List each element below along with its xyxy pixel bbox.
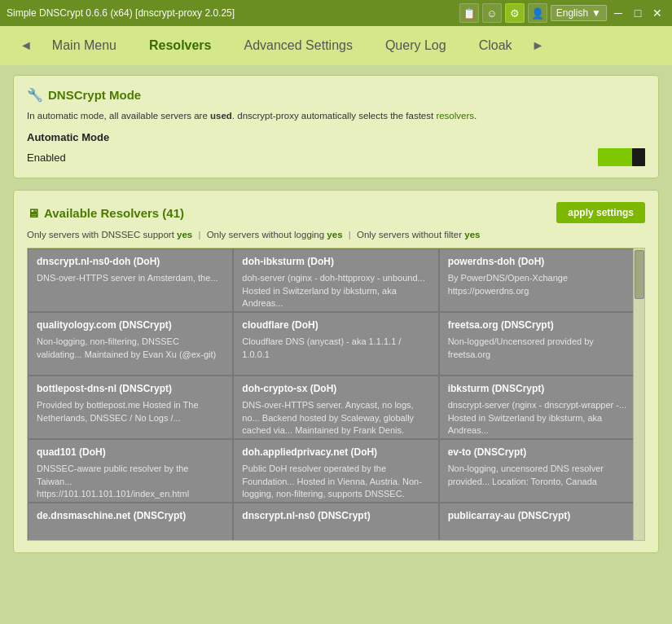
resolver-desc: Non-logging, uncensored DNS resolver pro… xyxy=(448,463,635,488)
chevron-down-icon: ▼ xyxy=(591,7,601,19)
resolver-name: de.dnsmaschine.net (DNSCrypt) xyxy=(37,510,224,521)
titlebar: Simple DNSCrypt 0.6.6 (x64) [dnscrypt-pr… xyxy=(0,0,672,26)
toggle-track[interactable] xyxy=(598,148,645,166)
resolver-desc: DNS-over-HTTPS server. Anycast, no logs,… xyxy=(242,399,429,437)
resolver-name: ibksturm (DNSCrypt) xyxy=(448,383,635,394)
toggle-thumb xyxy=(632,148,645,166)
resolver-desc: doh-server (nginx - doh-httpproxy - unbo… xyxy=(242,272,429,310)
user-icon[interactable]: 👤 xyxy=(528,3,547,23)
resolvers-scrollbar[interactable] xyxy=(633,248,644,540)
resolver-desc: Cloudflare DNS (anycast) - aka 1.1.1.1 /… xyxy=(242,336,429,361)
resolvers-header: 🖥 Available Resolvers (41) apply setting… xyxy=(27,202,645,223)
resolver-name: qualityology.com (DNSCrypt) xyxy=(37,319,224,331)
toggle-fill xyxy=(598,148,632,166)
resolver-desc: Provided by bottlepost.me Hosted in The … xyxy=(37,399,224,424)
resolver-name: doh-crypto-sx (DoH) xyxy=(242,383,429,394)
nav-item-resolvers[interactable]: Resolvers xyxy=(133,32,228,59)
resolver-desc: DNSSEC-aware public resolver by the Taiw… xyxy=(37,463,224,500)
resolver-name: dnscrypt.nl-ns0-doh (DoH) xyxy=(37,256,224,267)
dnscrypt-mode-section: 🔧 DNSCrypt Mode In automatic mode, all a… xyxy=(13,75,659,178)
resolver-card[interactable]: bottlepost-dns-nl (DNSCrypt)Provided by … xyxy=(28,376,233,439)
resolver-card[interactable]: qualityology.com (DNSCrypt)Non-logging, … xyxy=(28,312,233,376)
clipboard-icon[interactable]: 📋 xyxy=(459,3,479,23)
automatic-mode-label: Automatic Mode xyxy=(27,131,645,143)
resolver-name: doh.appliedprivacy.net (DoH) xyxy=(242,446,429,458)
language-label: English xyxy=(556,7,588,19)
enable-toggle[interactable] xyxy=(598,148,645,166)
navbar: ◄ Main Menu Resolvers Advanced Settings … xyxy=(0,26,672,65)
resolver-card[interactable]: cloudflare (DoH)Cloudflare DNS (anycast)… xyxy=(233,312,438,376)
resolver-card[interactable]: doh.appliedprivacy.net (DoH)Public DoH r… xyxy=(233,439,438,503)
nav-item-cloak[interactable]: Cloak xyxy=(463,32,529,59)
resolver-name: cloudflare (DoH) xyxy=(242,319,429,331)
maximize-button[interactable]: □ xyxy=(630,5,646,21)
nav-item-advanced-settings[interactable]: Advanced Settings xyxy=(228,32,369,59)
resolver-desc: Non-logged/Uncensored provided by freets… xyxy=(448,336,635,361)
server-icon: 🖥 xyxy=(27,206,39,220)
nav-next-arrow[interactable]: ► xyxy=(529,38,548,53)
nav-item-query-log[interactable]: Query Log xyxy=(369,32,463,59)
resolver-desc: Public DoH resolver operated by the Foun… xyxy=(242,463,429,500)
language-selector[interactable]: English ▼ xyxy=(551,5,607,21)
resolver-card[interactable]: ibksturm (DNSCrypt)dnscrypt-server (ngin… xyxy=(439,376,644,439)
resolver-card[interactable]: quad101 (DoH)DNSSEC-aware public resolve… xyxy=(28,439,233,503)
main-content: 🔧 DNSCrypt Mode In automatic mode, all a… xyxy=(0,65,672,624)
close-button[interactable]: ✕ xyxy=(649,5,665,21)
titlebar-title: Simple DNSCrypt 0.6.6 (x64) [dnscrypt-pr… xyxy=(7,7,459,19)
smiley-icon[interactable]: ☺ xyxy=(482,3,502,23)
resolver-card[interactable]: doh-crypto-sx (DoH)DNS-over-HTTPS server… xyxy=(233,376,438,439)
gear-icon[interactable]: ⚙ xyxy=(505,3,525,23)
resolver-card[interactable]: freetsa.org (DNSCrypt)Non-logged/Uncenso… xyxy=(439,312,644,376)
apply-settings-button[interactable]: apply settings xyxy=(556,202,645,223)
resolver-name: powerdns-doh (DoH) xyxy=(448,256,635,267)
wrench-icon: 🔧 xyxy=(27,87,43,103)
resolver-card[interactable]: dnscrypt.nl-ns0-doh (DoH)DNS-over-HTTPS … xyxy=(28,248,233,312)
resolver-name: publicarray-au (DNSCrypt) xyxy=(448,510,635,521)
enabled-label: Enabled xyxy=(27,152,66,164)
resolver-name: bottlepost-dns-nl (DNSCrypt) xyxy=(37,383,224,394)
resolver-name: doh-ibksturm (DoH) xyxy=(242,256,429,267)
filter-row: Only servers with DNSSEC support yes | O… xyxy=(27,230,645,239)
resolver-card[interactable]: publicarray-au (DNSCrypt) xyxy=(439,503,644,540)
dnscrypt-mode-title: 🔧 DNSCrypt Mode xyxy=(27,87,645,103)
resolvers-grid: dnscrypt.nl-ns0-doh (DoH)DNS-over-HTTPS … xyxy=(28,248,644,540)
dnscrypt-mode-desc: In automatic mode, all available servers… xyxy=(27,109,645,123)
resolver-card[interactable]: powerdns-doh (DoH)By PowerDNS/Open-Xchan… xyxy=(439,248,644,312)
resolver-desc: DNS-over-HTTPS server in Amsterdam, the.… xyxy=(37,272,224,284)
resolver-name: freetsa.org (DNSCrypt) xyxy=(448,319,635,331)
resolver-desc: dnscrypt-server (nginx - dnscrypt-wrappe… xyxy=(448,399,635,437)
resolvers-title: 🖥 Available Resolvers (41) xyxy=(27,206,184,220)
resolvers-grid-wrapper: dnscrypt.nl-ns0-doh (DoH)DNS-over-HTTPS … xyxy=(27,248,645,541)
resolver-name: ev-to (DNSCrypt) xyxy=(448,446,635,458)
resolver-card[interactable]: doh-ibksturm (DoH)doh-server (nginx - do… xyxy=(233,248,438,312)
nav-item-main-menu[interactable]: Main Menu xyxy=(36,32,133,59)
resolver-card[interactable]: dnscrypt.nl-ns0 (DNSCrypt) xyxy=(233,503,438,540)
minimize-button[interactable]: ─ xyxy=(610,5,626,21)
resolver-card[interactable]: de.dnsmaschine.net (DNSCrypt) xyxy=(28,503,233,540)
resolver-card[interactable]: ev-to (DNSCrypt)Non-logging, uncensored … xyxy=(439,439,644,503)
resolver-desc: By PowerDNS/Open-Xchange https://powerdn… xyxy=(448,272,635,297)
resolver-desc: Non-logging, non-filtering, DNSSEC valid… xyxy=(37,336,224,361)
nav-prev-arrow[interactable]: ◄ xyxy=(16,38,36,53)
resolver-name: quad101 (DoH) xyxy=(37,446,224,458)
resolver-name: dnscrypt.nl-ns0 (DNSCrypt) xyxy=(242,510,429,521)
resolvers-section: 🖥 Available Resolvers (41) apply setting… xyxy=(13,190,659,553)
scrollbar-thumb[interactable] xyxy=(635,250,644,299)
